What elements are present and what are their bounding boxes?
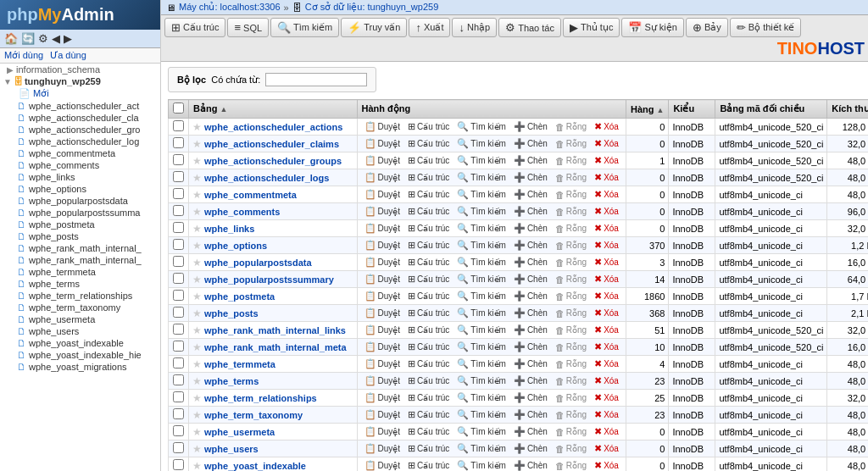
sidebar-table-item[interactable]: 🗋wphe_commentmeta [0,147,160,159]
insert-btn[interactable]: ➕ Chèn [510,408,551,421]
structure-btn[interactable]: ⊞ Cấu trúc [404,120,453,133]
drop-btn[interactable]: ✖ Xóa [591,239,622,252]
sidebar-table-item[interactable]: 🗋wphe_postmeta [0,219,160,230]
sidebar-table-item[interactable]: 🗋wphe_yoast_migrations [0,361,160,373]
star-icon[interactable]: ★ [192,257,202,269]
sidebar-table-item[interactable]: 🗋wphe_comments [0,159,160,171]
sidebar-table-item[interactable]: 🗋wphe_actionscheduler_act [0,100,160,112]
table-name-link[interactable]: wphe_yoast_indexable [204,461,306,471]
insert-btn[interactable]: ➕ Chèn [510,273,551,285]
insert-btn[interactable]: ➕ Chèn [510,341,551,353]
insert-btn[interactable]: ➕ Chèn [510,442,551,455]
table-name-link[interactable]: wphe_options [204,241,267,251]
browse-btn[interactable]: 📋 Duyệt [361,273,404,285]
empty-btn[interactable]: 🗑 Rỗng [552,426,590,438]
search-btn[interactable]: 🔍 Tìm kiếm [453,222,509,235]
structure-btn[interactable]: ⊞ Cấu trúc [404,391,453,404]
drop-btn[interactable]: ✖ Xóa [591,459,622,471]
col-header-name[interactable]: Bảng ▲ [189,100,358,119]
table-name-link[interactable]: wphe_users [204,444,259,454]
sidebar-table-item[interactable]: 🗋wphe_rank_math_internal_ [0,242,160,254]
drop-btn[interactable]: ✖ Xóa [591,273,622,285]
empty-btn[interactable]: 🗑 Rỗng [552,189,590,201]
reload-icon[interactable]: 🔄 [21,32,35,45]
toolbar-btn-cau-truc[interactable]: ⊞ Cấu trúc [164,18,225,37]
star-icon[interactable]: ★ [192,324,202,336]
toolbar-btn-tim-kiem[interactable]: 🔍 Tìm kiếm [270,18,339,37]
sidebar-table-item[interactable]: 🗋wphe_usermeta [0,313,160,325]
drop-btn[interactable]: ✖ Xóa [591,290,622,302]
sidebar-table-item[interactable]: 🗋wphe_termmeta [0,266,160,278]
drop-btn[interactable]: ✖ Xóa [591,154,622,167]
sidebar-table-item[interactable]: 🗋wphe_actionscheduler_cla [0,112,160,124]
star-icon[interactable]: ★ [192,392,202,404]
structure-btn[interactable]: ⊞ Cấu trúc [404,459,453,471]
insert-btn[interactable]: ➕ Chèn [510,239,551,252]
insert-btn[interactable]: ➕ Chèn [510,137,551,150]
row-checkbox[interactable] [173,341,184,352]
table-name-link[interactable]: wphe_usermeta [204,427,275,437]
settings-icon[interactable]: ⚙ [38,32,48,45]
toolbar-btn-nhap[interactable]: ↓ Nhập [452,18,497,37]
breadcrumb-server[interactable]: Máy chủ: localhost:3306 [179,2,281,13]
drop-btn[interactable]: ✖ Xóa [591,357,622,370]
drop-btn[interactable]: ✖ Xóa [591,188,622,201]
insert-btn[interactable]: ➕ Chèn [510,391,551,404]
toolbar-btn-thao-tac[interactable]: ⚙ Thao tác [498,18,561,37]
insert-btn[interactable]: ➕ Chèn [510,290,551,302]
search-btn[interactable]: 🔍 Tìm kiếm [453,341,509,353]
star-icon[interactable]: ★ [192,426,202,438]
sidebar-table-item[interactable]: 🗋wphe_terms [0,278,160,290]
search-btn[interactable]: 🔍 Tìm kiếm [453,307,509,319]
star-icon[interactable]: ★ [192,138,202,150]
structure-btn[interactable]: ⊞ Cấu trúc [404,205,453,218]
browse-btn[interactable]: 📋 Duyệt [361,222,404,235]
browse-btn[interactable]: 📋 Duyệt [361,307,404,319]
search-btn[interactable]: 🔍 Tìm kiếm [453,324,509,336]
table-name-link[interactable]: wphe_rank_math_internal_links [204,325,346,335]
star-icon[interactable]: ★ [192,223,202,235]
structure-btn[interactable]: ⊞ Cấu trúc [404,341,453,353]
row-checkbox[interactable] [173,357,184,368]
star-icon[interactable]: ★ [192,460,202,472]
insert-btn[interactable]: ➕ Chèn [510,205,551,218]
nav-arrow-left[interactable]: ◀ [52,32,60,45]
sidebar-table-item[interactable]: 🗋wphe_links [0,171,160,183]
structure-btn[interactable]: ⊞ Cấu trúc [404,171,453,184]
row-checkbox[interactable] [173,425,184,436]
sidebar-table-item[interactable]: 🗋wphe_actionscheduler_gro [0,124,160,136]
table-name-link[interactable]: wphe_rank_math_internal_meta [204,342,347,352]
home-icon[interactable]: 🏠 [4,32,18,45]
browse-btn[interactable]: 📋 Duyệt [361,408,404,421]
table-name-link[interactable]: wphe_actionscheduler_groups [204,156,342,166]
search-btn[interactable]: 🔍 Tìm kiếm [453,290,509,302]
sidebar-item-db-root[interactable]: ▼ 🗄 tunghuyn_wp259 [0,75,160,87]
browse-btn[interactable]: 📋 Duyệt [361,171,404,184]
table-name-link[interactable]: wphe_posts [204,308,259,319]
structure-btn[interactable]: ⊞ Cấu trúc [404,239,453,252]
new-user-link[interactable]: Mới dùng [4,50,43,61]
empty-btn[interactable]: 🗑 Rỗng [552,155,590,167]
structure-btn[interactable]: ⊞ Cấu trúc [404,442,453,455]
insert-btn[interactable]: ➕ Chèn [510,459,551,471]
row-checkbox[interactable] [173,222,184,233]
sidebar-table-item[interactable]: 🗋wphe_popularpostsdata [0,195,160,207]
insert-btn[interactable]: ➕ Chèn [510,120,551,133]
nav-arrow-right[interactable]: ▶ [64,32,72,45]
table-name-link[interactable]: wphe_popularpostssummary [204,274,334,285]
row-checkbox[interactable] [173,459,184,470]
drop-btn[interactable]: ✖ Xóa [591,442,622,455]
drop-btn[interactable]: ✖ Xóa [591,408,622,421]
star-icon[interactable]: ★ [192,189,202,201]
search-btn[interactable]: 🔍 Tìm kiếm [453,256,509,269]
row-checkbox[interactable] [173,391,184,402]
structure-btn[interactable]: ⊞ Cấu trúc [404,374,453,387]
toolbar-btn-su-kien[interactable]: 📅 Sự kiện [621,18,683,37]
table-name-link[interactable]: wphe_termmeta [204,359,275,369]
star-icon[interactable]: ★ [192,274,202,285]
search-btn[interactable]: 🔍 Tìm kiếm [453,357,509,370]
drop-btn[interactable]: ✖ Xóa [591,120,622,133]
empty-btn[interactable]: 🗑 Rỗng [552,138,590,150]
row-checkbox[interactable] [173,239,184,250]
table-name-link[interactable]: wphe_commentmeta [204,190,297,200]
